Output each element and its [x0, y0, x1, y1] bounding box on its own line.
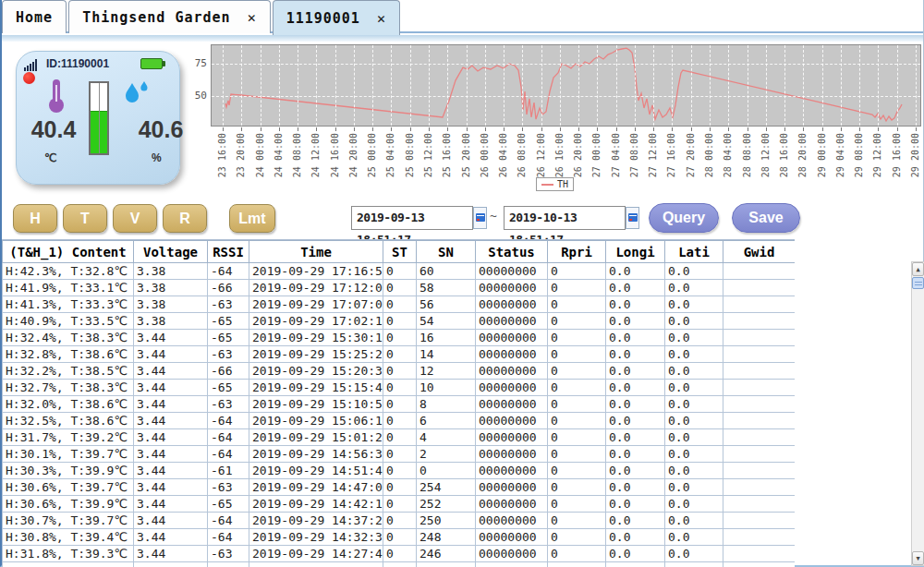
- h-button[interactable]: H: [13, 204, 57, 233]
- close-icon[interactable]: ✕: [248, 9, 257, 26]
- table-cell: 3.38: [134, 296, 208, 313]
- table-cell: H:41.3%, T:33.3℃: [3, 296, 134, 313]
- table-cell: 0.0: [665, 463, 723, 479]
- x-tick-mark: [504, 127, 505, 131]
- table-row[interactable]: H:30.1%, T:39.7℃3.44-642019-09-29 14:56:…: [3, 446, 796, 463]
- tab-11190001[interactable]: 11190001✕: [273, 0, 400, 35]
- table-cell: 0.0: [665, 380, 723, 396]
- table-cell: [723, 413, 796, 429]
- table-cell: 0.0: [606, 529, 665, 546]
- humidity-unit: %: [152, 151, 162, 164]
- column-header[interactable]: Voltage: [134, 241, 208, 263]
- table-row[interactable]: H:30.3%, T:39.9℃3.44-612019-09-29 14:51:…: [3, 463, 796, 479]
- table-cell: 0: [548, 363, 606, 380]
- table-cell: -65: [208, 313, 249, 330]
- table-cell: 0: [383, 479, 417, 496]
- table-row[interactable]: H:31.7%, T:39.2℃3.44-642019-09-29 15:01:…: [3, 429, 796, 446]
- scroll-thumb[interactable]: [912, 277, 924, 289]
- table-row[interactable]: H:30.7%, T:39.7℃3.44-642019-09-29 14:37:…: [3, 513, 796, 529]
- v-gridline: [841, 45, 842, 126]
- table-cell: [3, 562, 134, 567]
- v-button[interactable]: V: [113, 204, 157, 233]
- table-cell: 0: [548, 296, 606, 313]
- close-icon[interactable]: ✕: [377, 10, 386, 27]
- table-cell: 0.0: [606, 346, 665, 363]
- date-to-input[interactable]: 2019-10-13 18:51:17: [504, 206, 626, 230]
- tab-thingsend-garden[interactable]: Thingsend Garden✕: [68, 0, 271, 33]
- table-row[interactable]: H:30.6%, T:39.9℃3.44-652019-09-29 14:42:…: [3, 496, 796, 513]
- column-header[interactable]: Time: [249, 241, 383, 263]
- x-tick-label: 23 16:00: [217, 133, 227, 177]
- table-cell: H:32.4%, T:38.3℃: [3, 330, 134, 346]
- table-cell: -66: [208, 280, 249, 296]
- column-header[interactable]: Lati: [665, 241, 723, 263]
- column-header[interactable]: ST: [383, 241, 417, 263]
- tab-home[interactable]: Home: [2, 0, 67, 33]
- table-cell: H:32.7%, T:38.3℃: [3, 380, 134, 396]
- table-cell: 0: [383, 313, 417, 330]
- table-cell: -64: [208, 513, 249, 529]
- table-cell: [723, 330, 796, 346]
- table-cell: 0.0: [606, 263, 665, 280]
- table-row[interactable]: H:40.9%, T:33.5℃3.38-652019-09-29 17:02:…: [3, 313, 796, 330]
- x-tick-mark: [298, 127, 298, 131]
- v-gridline: [223, 45, 224, 126]
- tab-label: Thingsend Garden: [82, 9, 231, 26]
- x-tick-mark: [279, 127, 280, 131]
- table-row[interactable]: [3, 562, 796, 567]
- query-button[interactable]: Query: [649, 203, 719, 233]
- table-cell: H:30.6%, T:39.7℃: [3, 479, 134, 496]
- x-tick-mark: [241, 127, 242, 131]
- table-cell: [417, 562, 476, 567]
- lmt-button[interactable]: Lmt: [229, 204, 275, 233]
- x-tick-label: 28 00:00: [704, 133, 714, 177]
- save-button[interactable]: Save: [732, 203, 800, 233]
- scroll-down-button[interactable]: ▼: [912, 551, 924, 565]
- t-button[interactable]: T: [63, 204, 107, 233]
- table-cell: 0: [548, 479, 606, 496]
- table-cell: [723, 263, 796, 280]
- v-gridline: [467, 45, 468, 126]
- table-row[interactable]: H:41.3%, T:33.3℃3.38-632019-09-29 17:07:…: [3, 296, 796, 313]
- vertical-scrollbar[interactable]: ▲ ▼: [911, 261, 924, 566]
- table-row[interactable]: H:42.3%, T:32.8℃3.38-642019-09-29 17:16:…: [3, 263, 796, 280]
- v-gridline: [391, 45, 392, 126]
- table-cell: 2019-09-29 17:16:55: [249, 263, 383, 280]
- table-cell: [723, 396, 796, 413]
- scroll-up-button[interactable]: ▲: [912, 262, 924, 276]
- date-from-input[interactable]: 2019-09-13 18:51:17: [351, 206, 473, 230]
- table-row[interactable]: H:32.0%, T:38.6℃3.44-632019-09-29 15:10:…: [3, 396, 796, 413]
- v-gridline: [522, 45, 523, 126]
- table-cell: [723, 446, 796, 463]
- table-cell: H:32.5%, T:38.6℃: [3, 413, 134, 429]
- x-tick-label: 24 04:00: [274, 133, 284, 177]
- x-tick-label: 28 20:00: [797, 133, 808, 177]
- date-to-picker-button[interactable]: [626, 207, 639, 229]
- table-row[interactable]: H:32.5%, T:38.6℃3.44-642019-09-29 15:06:…: [3, 413, 796, 429]
- r-button[interactable]: R: [163, 204, 207, 233]
- table-cell: 0.0: [606, 280, 665, 296]
- table-row[interactable]: H:41.9%, T:33.1℃3.38-662019-09-29 17:12:…: [3, 280, 796, 296]
- table-cell: -63: [208, 296, 249, 313]
- table-cell: 0: [383, 330, 417, 346]
- column-header[interactable]: (T&H_1) Content: [3, 241, 134, 263]
- table-row[interactable]: H:32.7%, T:38.3℃3.44-652019-09-29 15:15:…: [3, 380, 796, 396]
- column-header[interactable]: SN: [417, 241, 476, 263]
- table-row[interactable]: H:31.8%, T:39.3℃3.44-632019-09-29 14:27:…: [3, 546, 796, 562]
- table-cell: 3.44: [134, 429, 208, 446]
- table-cell: 2019-09-29 14:27:49: [249, 546, 383, 562]
- table-cell: 0.0: [665, 446, 723, 463]
- table-cell: 2019-09-29 17:02:13: [249, 313, 383, 330]
- table-row[interactable]: H:30.8%, T:39.4℃3.44-642019-09-29 14:32:…: [3, 529, 796, 546]
- date-from-picker-button[interactable]: [473, 207, 487, 229]
- table-row[interactable]: H:30.6%, T:39.7℃3.44-632019-09-29 14:47:…: [3, 479, 796, 496]
- column-header[interactable]: Status: [476, 241, 548, 263]
- table-row[interactable]: H:32.4%, T:38.3℃3.44-652019-09-29 15:30:…: [3, 330, 796, 346]
- column-header[interactable]: Rpri: [548, 241, 606, 263]
- table-cell: 0.0: [665, 529, 723, 546]
- table-row[interactable]: H:32.2%, T:38.5℃3.44-662019-09-29 15:20:…: [3, 363, 796, 380]
- column-header[interactable]: Longi: [606, 241, 665, 263]
- column-header[interactable]: RSSI: [208, 241, 249, 263]
- column-header[interactable]: Gwid: [723, 241, 796, 263]
- table-row[interactable]: H:32.8%, T:38.6℃3.44-632019-09-29 15:25:…: [3, 346, 796, 363]
